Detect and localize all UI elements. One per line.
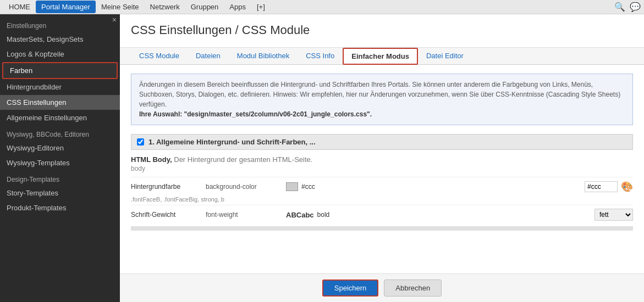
content-area: Änderungen in diesem Bereich beeinflusse… xyxy=(120,65,644,273)
tab-css-info[interactable]: CSS Info xyxy=(298,48,343,65)
html-body-subtitle: Der Hintergrund der gesamten HTML-Seite. xyxy=(174,155,312,164)
nav-plus[interactable]: [+] xyxy=(251,1,271,13)
body-selector: body xyxy=(131,165,633,172)
section-header: 1. Allgemeine Hintergrund- und Schrift-F… xyxy=(131,134,633,150)
message-icon[interactable]: 💬 xyxy=(630,2,641,12)
weight-select[interactable]: fett normal lighter xyxy=(595,209,633,221)
nav-home[interactable]: HOME xyxy=(3,1,36,13)
tab-dateien[interactable]: Dateien xyxy=(188,48,229,65)
color-input-field[interactable] xyxy=(585,181,618,192)
search-icon[interactable]: 🔍 xyxy=(614,2,625,12)
prop-input-right: 🎨 xyxy=(585,181,633,193)
prop-row-background: Hintergrundfarbe background-color #ccc 🎨 xyxy=(131,177,633,196)
top-nav: HOME Portal Manager Meine Seite Netzwerk… xyxy=(0,0,644,14)
section-checkbox[interactable] xyxy=(137,138,144,146)
prop-name-schrift-gewicht: Schrift-Gewicht xyxy=(131,211,197,219)
sidebar-item-wysiwyg-templates[interactable]: Wysiwyg-Templates xyxy=(0,155,120,170)
html-body-title: HTML Body, Der Hintergrund der gesamten … xyxy=(131,155,633,164)
nav-gruppen[interactable]: Gruppen xyxy=(185,1,224,13)
nav-portal-manager[interactable]: Portal Manager xyxy=(36,1,96,13)
prop-name-hintergrundfarbe: Hintergrundfarbe xyxy=(131,183,197,191)
sidebar-section-wysiwyg: Wysiwyg, BBCode, Editoren xyxy=(0,125,120,141)
selector-label-font: .fontFaceB, .fontFaceBig, strong, b xyxy=(131,196,633,203)
main-content: CSS Einstellungen / CSS Module CSS Modul… xyxy=(120,14,644,302)
info-box: Änderungen in diesem Bereich beeinflusse… xyxy=(131,74,633,125)
sidebar-item-story-templates[interactable]: Story-Templates xyxy=(0,186,120,200)
cancel-button[interactable]: Abbrechen xyxy=(384,279,442,297)
info-selection: Ihre Auswahl: "design/master_sets/2colum… xyxy=(139,110,372,118)
tab-einfacher-modus[interactable]: Einfacher Modus xyxy=(343,48,418,65)
color-picker-icon[interactable]: 🎨 xyxy=(621,181,633,193)
sidebar-section-einstellungen: Einstellungen xyxy=(0,16,120,32)
tab-datei-editor[interactable]: Datei Editor xyxy=(418,48,472,65)
section-label: 1. Allgemeine Hintergrund- und Schrift-F… xyxy=(148,138,316,146)
sidebar-item-logos[interactable]: Logos & Kopfzeile xyxy=(0,47,120,61)
sidebar-item-farben[interactable]: Farben xyxy=(2,62,118,79)
prop-preview-weight: ABCabc bold xyxy=(286,211,329,219)
nav-meine-seite[interactable]: Meine Seite xyxy=(96,1,145,13)
sidebar-item-mastersets[interactable]: MasterSets, DesignSets xyxy=(0,32,120,47)
sidebar-item-produkt-templates[interactable]: Produkt-Templates xyxy=(0,200,120,215)
sidebar-item-wysiwyg-editoren[interactable]: Wysiwyg-Editoren xyxy=(0,141,120,155)
sidebar-item-hintergrundbilder[interactable]: Hintergrundbilder xyxy=(0,80,120,94)
prop-value-ccc: #ccc xyxy=(301,183,315,191)
weight-demo-text: ABCabc xyxy=(286,211,314,219)
save-button[interactable]: Speichern xyxy=(322,279,379,297)
prop-weight-right: fett normal lighter xyxy=(595,209,633,221)
main-header: CSS Einstellungen / CSS Module xyxy=(120,14,644,48)
page-title: CSS Einstellungen / CSS Module xyxy=(131,23,633,37)
color-swatch xyxy=(286,182,298,191)
info-text: Änderungen in diesem Bereich beeinflusse… xyxy=(139,81,620,108)
prop-preview-color: #ccc xyxy=(286,182,315,191)
sidebar: × Einstellungen MasterSets, DesignSets L… xyxy=(0,14,120,302)
main-layout: × Einstellungen MasterSets, DesignSets L… xyxy=(0,14,644,302)
nav-apps[interactable]: Apps xyxy=(224,1,251,13)
prop-row-weight: Schrift-Gewicht font-weight ABCabc bold … xyxy=(131,205,633,224)
html-body-label: HTML Body, xyxy=(131,155,172,164)
prop-css-background: background-color xyxy=(206,183,277,191)
scroll-indicator xyxy=(131,226,633,231)
sidebar-section-design: Design-Templates xyxy=(0,170,120,186)
tab-bar: CSS Module Dateien Modul Bibliothek CSS … xyxy=(120,48,644,65)
sidebar-close-icon[interactable]: × xyxy=(112,15,117,24)
sidebar-item-allgemeine[interactable]: Allgemeine Einstellungen xyxy=(0,110,120,125)
nav-netzwerk[interactable]: Netzwerk xyxy=(145,1,185,13)
footer: Speichern Abbrechen xyxy=(120,273,644,302)
prop-value-bold: bold xyxy=(317,211,330,219)
sidebar-item-css-einstellungen[interactable]: CSS Einstellungen xyxy=(0,95,120,110)
tab-css-module[interactable]: CSS Module xyxy=(131,48,188,65)
tab-modul-bibliothek[interactable]: Modul Bibliothek xyxy=(229,48,298,65)
prop-css-font-weight: font-weight xyxy=(206,211,277,219)
